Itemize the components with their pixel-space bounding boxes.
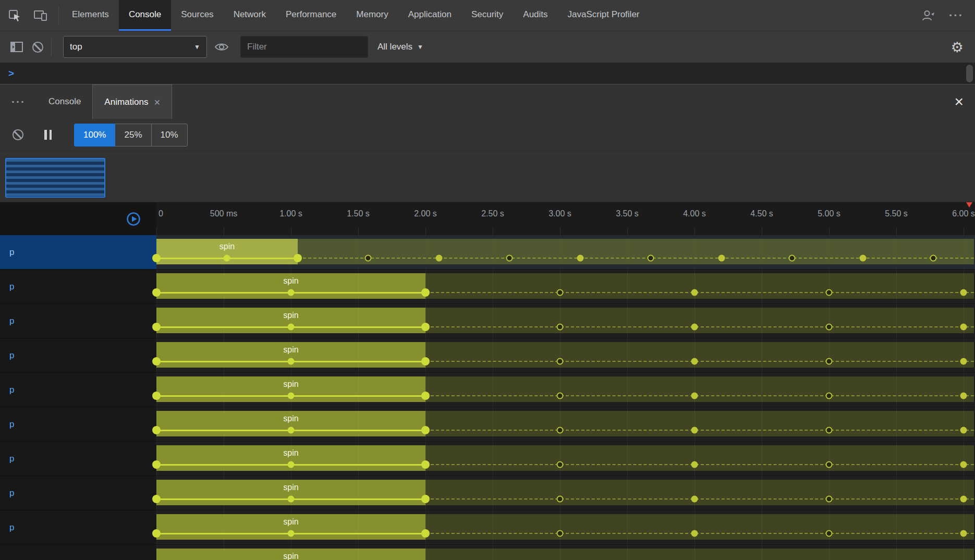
- console-prompt[interactable]: >: [0, 63, 975, 84]
- keyframe-point[interactable]: [789, 255, 796, 262]
- keyframe-point[interactable]: [294, 254, 302, 262]
- node-cell[interactable]: p: [0, 304, 156, 338]
- clear-animations-icon[interactable]: [7, 125, 28, 145]
- keyframe-point[interactable]: [826, 530, 833, 537]
- tab-security[interactable]: Security: [461, 0, 513, 31]
- keyframe-point[interactable]: [648, 255, 654, 262]
- log-level-dropdown[interactable]: All levels ▼: [377, 42, 423, 52]
- playback-rate-100[interactable]: 100%: [74, 124, 115, 147]
- keyframe-point[interactable]: [288, 530, 295, 537]
- keyframe-point[interactable]: [859, 255, 866, 262]
- keyframe-point[interactable]: [421, 529, 430, 538]
- animation-row[interactable]: pspin: [0, 510, 975, 545]
- keyframe-point[interactable]: [691, 289, 698, 296]
- keyframe-point[interactable]: [960, 496, 967, 503]
- keyframe-point[interactable]: [421, 426, 430, 434]
- keyframe-point[interactable]: [557, 461, 564, 468]
- keyframe-point[interactable]: [691, 358, 698, 365]
- keyframe-point[interactable]: [421, 460, 430, 469]
- keyframe-point[interactable]: [421, 323, 430, 331]
- console-settings-gear-icon[interactable]: ⚙: [951, 40, 969, 54]
- node-cell[interactable]: p: [0, 373, 156, 407]
- animation-row[interactable]: pspin: [0, 270, 975, 304]
- more-tabs-icon[interactable]: ···: [0, 84, 37, 119]
- keyframe-point[interactable]: [288, 496, 295, 503]
- keyframe-point[interactable]: [435, 255, 442, 262]
- timeline-scrubber-marker[interactable]: [966, 202, 972, 208]
- playback-rate-25[interactable]: 25%: [115, 124, 151, 147]
- animation-row[interactable]: pspin: [0, 373, 975, 407]
- inspect-element-icon[interactable]: [7, 8, 22, 23]
- node-cell[interactable]: p: [0, 476, 156, 510]
- animation-row[interactable]: pspin: [0, 476, 975, 510]
- clear-console-icon[interactable]: [27, 36, 48, 57]
- keyframe-point[interactable]: [960, 530, 967, 537]
- keyframe-point[interactable]: [224, 255, 230, 262]
- keyframe-point[interactable]: [557, 393, 564, 399]
- animation-row[interactable]: pspin: [0, 442, 975, 476]
- node-cell[interactable]: p: [0, 510, 156, 545]
- keyframe-point[interactable]: [691, 427, 698, 434]
- node-cell[interactable]: p: [0, 545, 156, 560]
- keyframe-point[interactable]: [421, 357, 430, 366]
- keyframe-point[interactable]: [691, 324, 698, 331]
- node-cell[interactable]: p: [0, 235, 156, 270]
- animation-preview-thumbnail[interactable]: [5, 158, 105, 198]
- animation-row[interactable]: pspin: [0, 545, 975, 560]
- keyframe-point[interactable]: [288, 393, 295, 399]
- replay-timeline-icon[interactable]: [125, 211, 142, 227]
- keyframe-point[interactable]: [826, 324, 833, 331]
- keyframe-point[interactable]: [826, 427, 833, 434]
- keyframe-point[interactable]: [288, 358, 295, 365]
- keyframe-point[interactable]: [826, 358, 833, 365]
- tab-javascript-profiler[interactable]: JavaScript Profiler: [558, 0, 650, 31]
- keyframe-point[interactable]: [691, 393, 698, 399]
- keyframe-point[interactable]: [960, 358, 967, 365]
- animation-row[interactable]: pspin: [0, 304, 975, 338]
- tab-performance[interactable]: Performance: [276, 0, 346, 31]
- keyframe-point[interactable]: [557, 324, 564, 331]
- keyframe-point[interactable]: [152, 426, 161, 434]
- drawer-tab-console[interactable]: Console: [37, 84, 92, 119]
- keyframe-point[interactable]: [826, 496, 833, 503]
- keyframe-point[interactable]: [577, 255, 583, 262]
- tab-application[interactable]: Application: [398, 0, 461, 31]
- tab-close-icon[interactable]: ×: [154, 97, 160, 107]
- drawer-tab-animations[interactable]: Animations×: [92, 84, 172, 119]
- keyframe-point[interactable]: [152, 323, 161, 331]
- tab-console[interactable]: Console: [119, 0, 171, 31]
- keyframe-point[interactable]: [421, 288, 430, 297]
- live-expression-eye-icon[interactable]: [211, 36, 232, 57]
- animation-active-span[interactable]: spin: [156, 549, 425, 560]
- keyframe-point[interactable]: [960, 324, 967, 331]
- user-profile-icon[interactable]: [921, 8, 935, 23]
- node-cell[interactable]: p: [0, 338, 156, 373]
- keyframe-point[interactable]: [288, 461, 295, 468]
- animation-row[interactable]: pspin: [0, 235, 975, 270]
- console-filter-input[interactable]: [240, 36, 368, 58]
- console-sidebar-toggle-icon[interactable]: [6, 36, 27, 57]
- main-menu-icon[interactable]: ···: [949, 10, 964, 21]
- keyframe-point[interactable]: [826, 289, 833, 296]
- drawer-close-icon[interactable]: ×: [943, 84, 975, 119]
- keyframe-point[interactable]: [152, 392, 161, 400]
- keyframe-point[interactable]: [152, 460, 161, 469]
- node-cell[interactable]: p: [0, 407, 156, 442]
- keyframe-point[interactable]: [288, 324, 295, 331]
- keyframe-point[interactable]: [691, 496, 698, 503]
- keyframe-point[interactable]: [152, 495, 161, 503]
- keyframe-point[interactable]: [960, 461, 967, 468]
- keyframe-point[interactable]: [506, 255, 513, 262]
- keyframe-point[interactable]: [152, 254, 161, 262]
- tab-memory[interactable]: Memory: [346, 0, 398, 31]
- console-scrollbar[interactable]: [966, 65, 973, 82]
- pause-all-animations-icon[interactable]: [38, 125, 58, 145]
- keyframe-point[interactable]: [288, 289, 295, 296]
- keyframe-point[interactable]: [365, 255, 372, 262]
- keyframe-point[interactable]: [960, 393, 967, 399]
- keyframe-point[interactable]: [826, 393, 833, 399]
- animation-row[interactable]: pspin: [0, 407, 975, 442]
- device-toolbar-icon[interactable]: [33, 8, 48, 23]
- keyframe-point[interactable]: [826, 461, 833, 468]
- tab-sources[interactable]: Sources: [171, 0, 223, 31]
